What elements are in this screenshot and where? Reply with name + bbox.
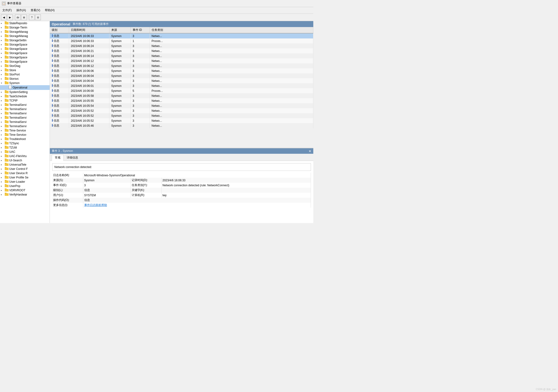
open-button[interactable]: 🗁: [15, 15, 21, 20]
sidebar-item[interactable]: ▸TZUtil: [0, 146, 50, 150]
sidebar-item[interactable]: ▸VDRVROOT: [0, 188, 50, 192]
table-row[interactable]: ℹ 信息 2023/4/6 16:06:04 Sysmon 3 Netwo...: [50, 73, 313, 78]
tree-item-label: StorPort: [9, 73, 20, 76]
sidebar-item[interactable]: ▸Time-Service: [0, 128, 50, 133]
sidebar-item[interactable]: ▸UserPnp: [0, 184, 50, 188]
tree-item-label: Time-Service: [9, 129, 26, 132]
tree-toggle-icon: ▸: [1, 104, 5, 106]
sidebar-item[interactable]: ▸TZSync: [0, 141, 50, 146]
menu-action[interactable]: 操作(A): [15, 8, 27, 13]
sidebar-item[interactable]: ▸StorageSpace: [0, 47, 50, 51]
table-row[interactable]: ℹ 信息 2023/4/6 16:05:46 Sysmon 3 Netwo...: [50, 123, 313, 128]
sidebar-item[interactable]: ▸TerminalServi: [0, 111, 50, 116]
sidebar-item[interactable]: ▸Time-Service-: [0, 133, 50, 137]
table-row[interactable]: ℹ 信息 2023/4/6 16:05:52 Sysmon 3 Netwo...: [50, 118, 313, 123]
sidebar-item[interactable]: ▸TerminalServi: [0, 116, 50, 120]
sidebar-item[interactable]: ▸Storsvc: [0, 77, 50, 81]
tree-toggle-icon: ▸: [1, 56, 5, 59]
sidebar-item[interactable]: ▸VerifyHardwar: [0, 192, 50, 197]
table-row[interactable]: ℹ 信息 2023/4/6 16:05:58 Sysmon 3 Netwo...: [50, 93, 313, 98]
table-row[interactable]: ℹ 信息 2023/4/6 16:05:52 Sysmon 3 Netwo...: [50, 113, 313, 118]
sidebar-item[interactable]: ▸StorageSpace: [0, 43, 50, 47]
sidebar-item[interactable]: ▸Store: [0, 68, 50, 72]
sidebar-item[interactable]: ▸StorageManag: [0, 34, 50, 38]
sidebar-item[interactable]: ▸UAC-FileVirtu: [0, 154, 50, 158]
value-keyword: [161, 188, 311, 193]
value-opcode: 信息: [83, 198, 311, 203]
cell-source: Sysmon: [109, 38, 131, 44]
cell-eventid: 3: [131, 48, 149, 53]
tab-details[interactable]: 详细信息: [64, 155, 81, 161]
svg-rect-68: [5, 164, 9, 166]
detail-close-button[interactable]: ✕: [309, 149, 311, 153]
col-eventid[interactable]: 事件 ID: [131, 27, 149, 33]
col-datetime[interactable]: 日期和时间: [69, 27, 109, 33]
tree-toggle-icon: ▸: [1, 116, 5, 119]
sidebar-item[interactable]: ▸User Device R: [0, 171, 50, 175]
cell-eventid: 3: [131, 83, 149, 88]
svg-rect-36: [5, 95, 9, 97]
sidebar-item[interactable]: ▸Storage-Tierin: [0, 25, 50, 30]
table-row[interactable]: ℹ 信息 2023/4/6 16:06:01 Sysmon 3 Netwo...: [50, 83, 313, 88]
svg-rect-50: [5, 125, 9, 127]
tree-toggle-icon: ▸: [1, 112, 5, 115]
table-row[interactable]: ℹ 信息 2023/4/6 16:06:12 Sysmon 3 Netwo...: [50, 58, 313, 63]
sidebar-item[interactable]: ▾Sysmon: [0, 81, 50, 85]
tree-toggle-icon: ▸: [1, 172, 5, 174]
table-row[interactable]: ℹ 信息 2023/4/6 16:05:52 Sysmon 3 Netwo...: [50, 108, 313, 113]
sidebar-item[interactable]: ▸StorageSpace: [0, 55, 50, 60]
sidebar-item[interactable]: ▸StorageSpace: [0, 60, 50, 64]
view-button[interactable]: ⊞: [21, 15, 27, 20]
sidebar-item[interactable]: ▸User Profile Se: [0, 175, 50, 180]
table-row[interactable]: ℹ 信息 2023/4/6 16:06:06 Sysmon 3 Netwo...: [50, 68, 313, 73]
svg-rect-24: [5, 73, 9, 76]
svg-rect-65: [5, 154, 6, 155]
sidebar-item[interactable]: ▸UniversalTele: [0, 163, 50, 167]
table-row[interactable]: ℹ 信息 2023/4/6 16:06:33 Sysmon 3 Netwo...: [50, 33, 313, 38]
sidebar-item[interactable]: ▸TerminalServi: [0, 124, 50, 128]
menu-file[interactable]: 文件(F): [1, 8, 13, 13]
menu-help[interactable]: 帮助(H): [44, 8, 56, 13]
table-row[interactable]: ℹ 信息 2023/4/6 16:06:00 Sysmon 5 Proces..…: [50, 88, 313, 93]
help-button[interactable]: ?: [29, 15, 35, 20]
table-row[interactable]: ℹ 信息 2023/4/6 16:06:14 Sysmon 3 Netwo...: [50, 53, 313, 58]
table-row[interactable]: ℹ 信息 2023/4/6 16:06:04 Sysmon 3 Netwo...: [50, 78, 313, 83]
sidebar-item[interactable]: ▸Troubleshoot: [0, 137, 50, 141]
col-task[interactable]: 任务类别: [149, 27, 313, 33]
sidebar-item[interactable]: ▸StorDiag: [0, 64, 50, 68]
sidebar-item[interactable]: ▸StorageSettin: [0, 38, 50, 43]
sidebar-item[interactable]: ▸User Control F: [0, 167, 50, 171]
sidebar-item[interactable]: ▸UAC: [0, 150, 50, 154]
sidebar-item[interactable]: ▸StateReposito: [0, 21, 50, 25]
menu-view[interactable]: 查看(V): [29, 8, 42, 13]
table-row[interactable]: ℹ 信息 2023/4/6 16:06:21 Sysmon 3 Netwo...: [50, 48, 313, 53]
tree-toggle-icon: ▸: [1, 61, 5, 63]
properties-button[interactable]: ⊟: [35, 15, 41, 20]
sidebar-item[interactable]: ▸TaskSchedule: [0, 94, 50, 98]
sidebar-item[interactable]: ▸StorageSpace: [0, 51, 50, 55]
back-button[interactable]: ◀: [1, 15, 7, 20]
sidebar-item[interactable]: ▸TerminalServi: [0, 120, 50, 124]
table-row[interactable]: ℹ 信息 2023/4/6 16:06:33 Sysmon 1 Proces..…: [50, 38, 313, 44]
tab-general[interactable]: 常规: [52, 155, 64, 161]
col-source[interactable]: 来源: [109, 27, 131, 33]
sidebar-item[interactable]: ▸SystemSetting: [0, 90, 50, 94]
table-row[interactable]: ℹ 信息 2023/4/6 16:06:12 Sysmon 3 Netwo...: [50, 63, 313, 68]
forward-button[interactable]: ▶: [7, 15, 13, 20]
tree-toggle-icon: ▸: [1, 164, 5, 166]
sidebar-item[interactable]: ▸User-Loader: [0, 180, 50, 184]
sidebar-item[interactable]: ▸StorPort: [0, 72, 50, 77]
sidebar-item[interactable]: Operational: [0, 85, 50, 90]
event-log-help-link[interactable]: 事件日志联机帮助: [84, 203, 107, 207]
sidebar-item[interactable]: ▸TerminalServi: [0, 103, 50, 107]
table-row[interactable]: ℹ 信息 2023/4/6 16:05:55 Sysmon 3 Netwo...: [50, 98, 313, 103]
col-level[interactable]: 级别: [50, 27, 69, 33]
sidebar-item[interactable]: ▸UI-Search: [0, 158, 50, 163]
sidebar-item[interactable]: ▸StorageManag: [0, 30, 50, 34]
info-icon: ℹ: [52, 79, 53, 82]
sidebar-item[interactable]: ▸TerminalServi: [0, 107, 50, 111]
table-row[interactable]: ℹ 信息 2023/4/6 16:05:54 Sysmon 3 Netwo...: [50, 103, 313, 108]
svg-rect-63: [5, 150, 6, 151]
table-row[interactable]: ℹ 信息 2023/4/6 16:06:24 Sysmon 3 Netwo...: [50, 44, 313, 48]
sidebar-item[interactable]: ▸TCPIP: [0, 98, 50, 103]
